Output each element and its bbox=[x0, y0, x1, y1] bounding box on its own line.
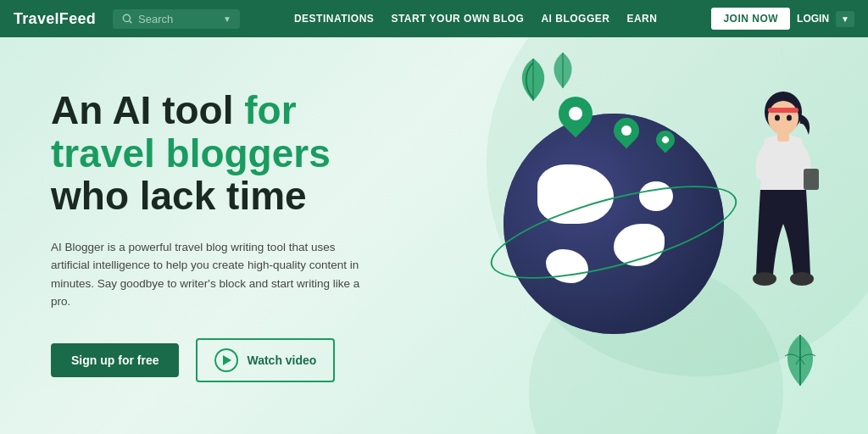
svg-rect-4 bbox=[768, 108, 798, 113]
login-button[interactable]: LOGIN bbox=[797, 13, 829, 25]
leaf-top-right bbox=[546, 50, 580, 96]
hero-title-plain: An AI tool bbox=[51, 88, 244, 132]
pin-body-3 bbox=[652, 126, 678, 153]
watch-video-button[interactable]: Watch video bbox=[196, 338, 335, 382]
chevron-down-icon: ▼ bbox=[841, 14, 849, 24]
join-now-button[interactable]: JOIN NOW bbox=[711, 8, 790, 30]
search-box[interactable]: ▼ bbox=[113, 9, 240, 29]
navbar: TravelFeed ▼ DESTINATIONS START YOUR OWN… bbox=[0, 0, 868, 37]
signup-button[interactable]: Sign up for free bbox=[51, 343, 179, 377]
person-illustration bbox=[732, 71, 834, 376]
watch-video-label: Watch video bbox=[247, 353, 316, 367]
nav-actions: JOIN NOW LOGIN ▼ bbox=[711, 8, 854, 30]
svg-point-5 bbox=[775, 115, 780, 121]
svg-point-9 bbox=[790, 272, 814, 286]
svg-point-8 bbox=[753, 272, 776, 286]
play-triangle-icon bbox=[223, 355, 231, 365]
svg-point-0 bbox=[123, 14, 130, 21]
location-pin-1 bbox=[559, 97, 593, 131]
pin-body-1 bbox=[552, 90, 600, 138]
search-dropdown-arrow[interactable]: ▼ bbox=[223, 14, 231, 24]
nav-links: DESTINATIONS START YOUR OWN BLOG AI BLOG… bbox=[250, 13, 701, 25]
hero-actions: Sign up for free Watch video bbox=[51, 338, 373, 382]
site-logo[interactable]: TravelFeed bbox=[14, 10, 96, 28]
nav-ai-blogger[interactable]: AI BLOGGER bbox=[541, 13, 609, 25]
hero-title-end: who lack time bbox=[51, 174, 307, 218]
svg-point-6 bbox=[787, 115, 792, 121]
search-input[interactable] bbox=[138, 13, 214, 25]
pin-body-2 bbox=[609, 113, 644, 148]
svg-rect-10 bbox=[777, 133, 789, 142]
hero-content: An AI tool fortravel bloggers who lack t… bbox=[51, 89, 373, 382]
hero-description: AI Blogger is a powerful travel blog wri… bbox=[51, 238, 373, 311]
nav-earn[interactable]: EARN bbox=[626, 13, 657, 25]
hero-title: An AI tool fortravel bloggers who lack t… bbox=[51, 89, 373, 218]
nav-destinations[interactable]: DESTINATIONS bbox=[294, 13, 374, 25]
svg-rect-7 bbox=[804, 169, 819, 190]
hero-section: An AI tool fortravel bloggers who lack t… bbox=[0, 37, 868, 434]
login-dropdown-button[interactable]: ▼ bbox=[836, 11, 854, 27]
hero-illustration bbox=[427, 46, 834, 434]
svg-line-1 bbox=[130, 21, 132, 24]
svg-point-3 bbox=[768, 101, 798, 135]
nav-start-blog[interactable]: START YOUR OWN BLOG bbox=[391, 13, 524, 25]
play-circle-icon bbox=[214, 348, 238, 372]
search-icon bbox=[121, 13, 133, 25]
location-pin-3 bbox=[656, 131, 675, 149]
location-pin-2 bbox=[614, 118, 639, 143]
